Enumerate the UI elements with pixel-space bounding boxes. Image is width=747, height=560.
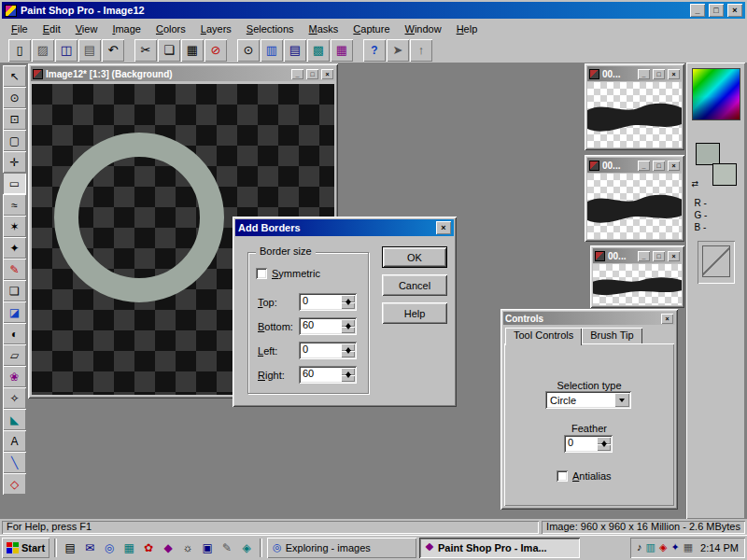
ok-button[interactable]: OK (382, 246, 447, 268)
crop-tool[interactable]: ▢ (3, 130, 26, 151)
tool-palette-toggle[interactable]: ▤ (284, 39, 306, 62)
tray-scheduler-icon[interactable]: ◈ (659, 542, 667, 553)
copy-button[interactable]: ❏ (158, 39, 180, 62)
bottom-input[interactable]: 60 (299, 317, 341, 335)
menu-edit[interactable]: Edit (35, 21, 68, 36)
deformation-tool[interactable]: ⊡ (3, 108, 26, 130)
menu-masks[interactable]: Masks (302, 21, 346, 36)
swap-colors-icon[interactable]: ⇄ (692, 180, 699, 189)
thumbnail-1-minimize-button[interactable]: _ (638, 69, 650, 79)
quicklaunch-icon-8[interactable]: ▣ (199, 539, 216, 556)
clone-brush-tool[interactable]: ❏ (3, 280, 26, 301)
top-input[interactable]: 0 (299, 293, 341, 311)
feather-input[interactable]: 0 (564, 435, 597, 453)
text-tool[interactable]: A (3, 430, 26, 452)
thumbnail-3-close-button[interactable]: × (668, 251, 680, 261)
background-color-swatch[interactable] (712, 163, 737, 186)
dropdown-arrow-icon[interactable] (614, 393, 629, 407)
left-input[interactable]: 0 (299, 342, 341, 359)
delete-button[interactable]: ⊘ (204, 39, 227, 62)
feather-spin-down[interactable] (597, 444, 611, 452)
image-close-button[interactable]: × (321, 69, 333, 79)
thumbnail-2-minimize-button[interactable]: _ (638, 161, 650, 171)
task-paint-shop-pro[interactable]: ❖ Paint Shop Pro - Ima... (419, 538, 580, 558)
menu-image[interactable]: Image (105, 21, 148, 36)
feather-spinner[interactable]: 0 (564, 435, 613, 453)
picture-tube-tool[interactable]: ❀ (3, 366, 26, 387)
thumbnail-2-canvas[interactable] (587, 174, 682, 239)
tray-antivirus-icon[interactable]: ✦ (670, 542, 679, 553)
image-window-titlebar[interactable]: Image12* [1:3] (Background) _ □ × (31, 66, 335, 81)
zoom-button[interactable]: ⊙ (237, 39, 260, 62)
controls-palette-titlebar[interactable]: Controls × (503, 312, 675, 325)
top-spin-down[interactable] (341, 302, 355, 310)
right-input[interactable]: 60 (299, 366, 341, 384)
tab-tool-controls[interactable]: Tool Controls (505, 328, 582, 345)
symmetric-checkbox[interactable] (256, 268, 267, 279)
menu-selections[interactable]: Selections (239, 21, 302, 36)
quicklaunch-icon-2[interactable]: ✉ (81, 539, 98, 556)
paintbrush-tool[interactable]: ✎ (3, 259, 26, 280)
undo-button[interactable]: ↶ (102, 39, 124, 62)
shape-tool[interactable]: ◇ (3, 473, 26, 495)
color-picker-rainbow[interactable] (692, 68, 740, 120)
arrow-tool[interactable]: ↖ (3, 65, 26, 87)
cut-button[interactable]: ✂ (134, 39, 157, 62)
quicklaunch-icon-3[interactable]: ◎ (101, 539, 118, 556)
left-spin-down[interactable] (341, 351, 355, 358)
context-help-button[interactable]: ? (363, 39, 386, 62)
maximize-button[interactable]: □ (709, 4, 724, 17)
freehand-tool[interactable]: ≈ (3, 194, 26, 216)
paste-button[interactable]: ▦ (181, 39, 204, 62)
dialog-close-button[interactable]: × (436, 221, 451, 234)
tray-display-icon[interactable]: ▥ (646, 542, 655, 553)
close-button[interactable]: × (727, 4, 742, 17)
dialog-titlebar[interactable]: Add Borders × (235, 219, 454, 236)
quicklaunch-icon-4[interactable]: ▦ (120, 539, 137, 556)
quicklaunch-icon-9[interactable]: ✎ (218, 539, 235, 556)
quicklaunch-icon-1[interactable]: ▤ (62, 539, 78, 556)
quicklaunch-icon-5[interactable]: ✿ (140, 539, 157, 556)
thumbnail-3-canvas[interactable] (593, 264, 682, 305)
menu-layers[interactable]: Layers (193, 21, 239, 36)
thumbnail-2-maximize-button[interactable]: □ (653, 161, 665, 171)
left-spinner[interactable]: 0 (299, 342, 357, 359)
thumbnail-3-titlebar[interactable]: 00... _ □ × (593, 248, 682, 263)
menu-colors[interactable]: Colors (148, 21, 193, 36)
image-minimize-button[interactable]: _ (291, 69, 303, 79)
cancel-button[interactable]: Cancel (382, 274, 447, 296)
quicklaunch-icon-10[interactable]: ◈ (238, 539, 255, 556)
save-button[interactable]: ◫ (55, 39, 78, 62)
layer-palette-toggle[interactable]: ▦ (331, 39, 353, 62)
antialias-checkbox[interactable] (557, 470, 568, 482)
thumbnail-1-maximize-button[interactable]: □ (653, 69, 665, 79)
tray-volume-icon[interactable]: ♪ (637, 542, 642, 553)
thumbnail-2-titlebar[interactable]: 00... _ □ × (587, 158, 682, 173)
magic-wand-tool[interactable]: ✶ (3, 216, 26, 237)
histogram-button[interactable]: ▥ (261, 39, 283, 62)
mover-tool[interactable]: ✛ (3, 151, 26, 173)
quicklaunch-icon-7[interactable]: ☼ (179, 539, 196, 556)
bottom-spinner[interactable]: 60 (299, 317, 357, 335)
top-spinner[interactable]: 0 (299, 293, 357, 311)
thumbnail-3-minimize-button[interactable]: _ (638, 251, 650, 261)
color-replacer-tool[interactable]: ◪ (3, 301, 26, 323)
tab-brush-tip[interactable]: Brush Tip (582, 328, 641, 343)
line-tool[interactable]: ╲ (3, 452, 26, 473)
new-button[interactable]: ▯ (8, 39, 31, 62)
print-button[interactable]: ▤ (78, 39, 101, 62)
color-palette-toggle[interactable]: ▩ (307, 39, 330, 62)
minimize-button[interactable]: _ (690, 4, 705, 17)
right-spinner[interactable]: 60 (299, 366, 357, 384)
menu-capture[interactable]: Capture (345, 21, 397, 36)
menu-window[interactable]: Window (398, 21, 449, 36)
airbrush-tool[interactable]: ✧ (3, 387, 26, 409)
menu-view[interactable]: View (68, 21, 106, 36)
task-exploring-images[interactable]: ◎ Exploring - images (267, 538, 416, 558)
image-maximize-button[interactable]: □ (306, 69, 318, 79)
right-spin-down[interactable] (341, 375, 355, 383)
selection-type-dropdown[interactable]: Circle (545, 391, 631, 409)
dropper-tool[interactable]: ✦ (3, 237, 26, 259)
bottom-spin-down[interactable] (341, 327, 355, 334)
thumbnail-1-close-button[interactable]: × (668, 69, 680, 79)
